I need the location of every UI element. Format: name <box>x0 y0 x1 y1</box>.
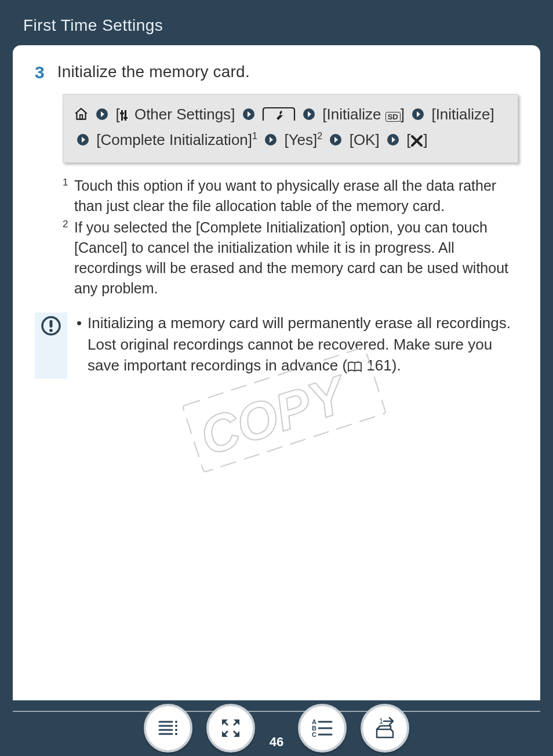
step-title: Initialize the memory card. <box>57 63 250 81</box>
arrow-icon <box>329 130 343 153</box>
nav-sequence: [ Other Settings] [Initialize SD] [Initi… <box>74 106 494 148</box>
svg-point-25 <box>175 729 177 731</box>
navigation-path-box: [ Other Settings] [Initialize SD] [Initi… <box>63 94 518 163</box>
svg-text:C: C <box>312 731 316 738</box>
footnote-number: 2 <box>63 219 70 299</box>
svg-rect-2 <box>121 110 123 121</box>
svg-point-24 <box>175 725 177 727</box>
caution-text: • Initializing a memory card will perman… <box>77 312 518 379</box>
footnote-text: Touch this option if you want to physica… <box>74 176 518 216</box>
toc-button[interactable] <box>144 704 192 753</box>
svg-text:COPY: COPY <box>193 364 355 466</box>
arrow-icon <box>302 104 316 128</box>
arrow-icon <box>264 130 278 153</box>
arrow-icon <box>242 104 256 128</box>
arrow-icon <box>386 130 400 153</box>
svg-point-23 <box>175 721 177 723</box>
fullscreen-button[interactable] <box>206 704 255 753</box>
nav-item-initialize: Initialize <box>436 106 490 123</box>
nav-item-initialize-sd: Initialize <box>327 106 381 123</box>
arrow-icon <box>411 104 425 128</box>
exclamation-icon <box>41 316 61 379</box>
sliders-icon <box>120 105 130 128</box>
svg-point-26 <box>175 733 177 735</box>
step-number: 3 <box>35 64 45 81</box>
nav-item-yes: Yes <box>289 131 313 148</box>
home-icon <box>74 105 89 128</box>
sd-card-icon: SD <box>385 112 401 122</box>
footnotes: 1 Touch this option if you want to physi… <box>63 176 518 299</box>
bottom-toolbar: A B C 1 46 <box>0 700 553 756</box>
back-button[interactable]: 1 <box>361 704 409 753</box>
nav-item-other-settings: Other Settings <box>134 106 231 123</box>
svg-rect-4 <box>120 112 124 114</box>
wrench-tab-icon <box>262 105 296 128</box>
caution-block: • Initializing a memory card will perman… <box>35 312 518 379</box>
index-button[interactable]: A B C <box>298 704 347 753</box>
svg-point-15 <box>49 329 53 332</box>
footnote-text: If you selected the [Complete Initializa… <box>74 217 518 299</box>
svg-rect-3 <box>125 110 126 121</box>
nav-item-complete-init: Complete Initialization <box>100 131 248 148</box>
superscript-2: 2 <box>317 132 322 141</box>
svg-rect-14 <box>50 320 53 328</box>
svg-rect-5 <box>123 117 128 119</box>
section-header: First Time Settings <box>0 0 553 45</box>
arrow-icon <box>76 130 90 153</box>
section-title: First Time Settings <box>23 16 163 34</box>
svg-rect-0 <box>80 115 82 119</box>
arrow-icon <box>95 104 109 128</box>
step-row: 3 Initialize the memory card. <box>35 63 518 81</box>
page-panel: 3 Initialize the memory card. [ Other Se… <box>13 45 540 700</box>
caution-body: Initializing a memory card will permanen… <box>88 312 518 379</box>
footnote-1: 1 Touch this option if you want to physi… <box>63 176 518 216</box>
svg-text:1: 1 <box>379 717 383 725</box>
caution-icon-column <box>35 312 67 379</box>
footnote-2: 2 If you selected the [Complete Initiali… <box>63 217 518 299</box>
superscript-1: 1 <box>252 132 257 141</box>
page-number-badge: 46 <box>260 733 293 751</box>
bullet-icon: • <box>77 312 82 379</box>
nav-item-ok: OK <box>354 131 376 148</box>
close-x-icon <box>410 130 423 154</box>
book-icon <box>347 357 362 379</box>
footnote-number: 1 <box>63 177 70 216</box>
